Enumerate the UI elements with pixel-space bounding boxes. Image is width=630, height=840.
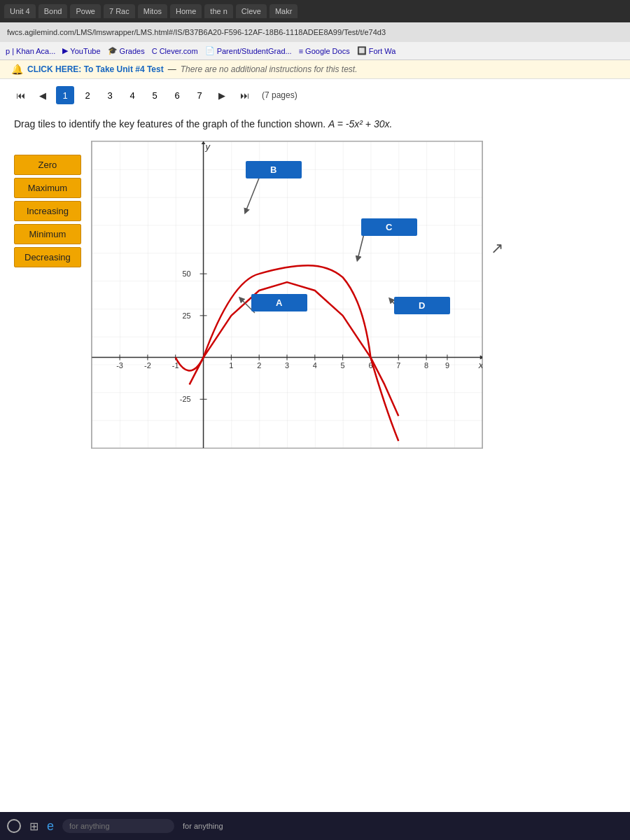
notification-dash: — bbox=[168, 64, 176, 74]
dropped-tile-c[interactable]: C bbox=[361, 218, 417, 236]
bookmark-parent[interactable]: 📄 Parent/StudentGrad... bbox=[205, 46, 292, 55]
notification-bar: 🔔 CLICK HERE: To Take Unit #4 Test — The… bbox=[0, 60, 630, 79]
taskbar-search[interactable] bbox=[62, 819, 174, 833]
svg-text:9: 9 bbox=[445, 361, 449, 370]
page-2[interactable]: 2 bbox=[78, 86, 97, 104]
tab-cleve[interactable]: Cleve bbox=[236, 4, 267, 18]
next-page-btn[interactable]: ▶ bbox=[213, 86, 231, 104]
tile-maximum[interactable]: Maximum bbox=[14, 178, 81, 198]
taskbar-search-icon: ⊞ bbox=[29, 820, 38, 833]
tile-zero[interactable]: Zero bbox=[14, 155, 81, 175]
bookmark-fortwa[interactable]: 🔲 Fort Wa bbox=[357, 46, 396, 55]
svg-text:8: 8 bbox=[424, 361, 428, 370]
tab-7rac[interactable]: 7 Rac bbox=[104, 4, 135, 18]
taskbar: ⊞ e for anything bbox=[0, 812, 630, 840]
tab-powe[interactable]: Powe bbox=[70, 4, 101, 18]
prev-page-btn[interactable]: ◀ bbox=[34, 86, 52, 104]
svg-text:2: 2 bbox=[257, 361, 261, 370]
svg-text:50: 50 bbox=[182, 270, 190, 278]
svg-text:25: 25 bbox=[182, 312, 190, 320]
tab-bond[interactable]: Bond bbox=[38, 4, 68, 18]
page-1[interactable]: 1 bbox=[56, 86, 74, 104]
bookmark-clever[interactable]: C Clever.com bbox=[152, 47, 198, 55]
svg-text:7: 7 bbox=[396, 361, 400, 370]
page-3[interactable]: 3 bbox=[101, 86, 119, 104]
address-bar[interactable]: fwcs.agilemind.com/LMS/lmswrapper/LMS.ht… bbox=[0, 22, 630, 42]
svg-text:-25: -25 bbox=[180, 395, 191, 403]
tile-decreasing[interactable]: Decreasing bbox=[14, 247, 81, 267]
dropped-tile-a[interactable]: A bbox=[251, 294, 307, 312]
start-button[interactable] bbox=[7, 819, 21, 833]
bookmark-youtube[interactable]: ▶ YouTube bbox=[62, 46, 100, 55]
pagination: ⏮ ◀ 1 2 3 4 5 6 7 ▶ ⏭ (7 pages) bbox=[0, 79, 630, 111]
bookmark-grades[interactable]: 🎓 Grades bbox=[108, 46, 145, 55]
tab-unit4[interactable]: Unit 4 bbox=[4, 4, 36, 18]
taskbar-text: for anything bbox=[183, 822, 223, 830]
cursor-arrow: ↗ bbox=[491, 239, 503, 258]
svg-text:3: 3 bbox=[285, 361, 289, 370]
content-row: Zero Maximum Increasing Minimum Decreasi… bbox=[14, 141, 616, 449]
tile-minimum[interactable]: Minimum bbox=[14, 224, 81, 244]
dropped-tile-b[interactable]: B bbox=[246, 161, 302, 178]
notification-note: There are no additional instructions for… bbox=[181, 64, 358, 74]
tab-makr[interactable]: Makr bbox=[270, 4, 298, 18]
taskbar-edge-icon[interactable]: e bbox=[47, 819, 54, 834]
main-content: 🔔 CLICK HERE: To Take Unit #4 Test — The… bbox=[0, 60, 630, 812]
tab-then[interactable]: the n bbox=[204, 4, 232, 18]
tab-home[interactable]: Home bbox=[170, 4, 202, 18]
graph-container: x y 50 25 -25 -3 bbox=[91, 141, 483, 449]
bookmarks-bar: p | Khan Aca... ▶ YouTube 🎓 Grades C Cle… bbox=[0, 42, 630, 60]
tiles-column: Zero Maximum Increasing Minimum Decreasi… bbox=[14, 155, 81, 267]
svg-text:-3: -3 bbox=[116, 361, 123, 370]
test-link[interactable]: CLICK HERE: To Take Unit #4 Test bbox=[27, 64, 164, 74]
bookmark-khan[interactable]: p | Khan Aca... bbox=[6, 47, 55, 55]
svg-text:4: 4 bbox=[313, 361, 317, 370]
page-6[interactable]: 6 bbox=[168, 86, 186, 104]
question-area: Drag tiles to identify the key features … bbox=[0, 111, 630, 456]
bookmark-gdocs[interactable]: ≡ Google Docs bbox=[299, 47, 350, 55]
svg-text:-2: -2 bbox=[144, 361, 151, 370]
browser-tabs: Unit 4 Bond Powe 7 Rac Mitos Home the n … bbox=[0, 0, 630, 22]
last-page-btn[interactable]: ⏭ bbox=[235, 86, 253, 104]
first-page-btn[interactable]: ⏮ bbox=[11, 86, 29, 104]
svg-text:1: 1 bbox=[229, 361, 233, 370]
page-count: (7 pages) bbox=[262, 90, 298, 100]
svg-text:5: 5 bbox=[340, 361, 344, 370]
svg-text:x: x bbox=[478, 360, 482, 370]
page-7[interactable]: 7 bbox=[190, 86, 209, 104]
tile-increasing[interactable]: Increasing bbox=[14, 201, 81, 221]
url-text: fwcs.agilemind.com/LMS/lmswrapper/LMS.ht… bbox=[7, 28, 386, 36]
page-4[interactable]: 4 bbox=[123, 86, 141, 104]
tab-mitos[interactable]: Mitos bbox=[138, 4, 167, 18]
dropped-tile-d[interactable]: D bbox=[394, 297, 450, 314]
question-text: Drag tiles to identify the key features … bbox=[14, 118, 616, 130]
page-5[interactable]: 5 bbox=[146, 86, 164, 104]
